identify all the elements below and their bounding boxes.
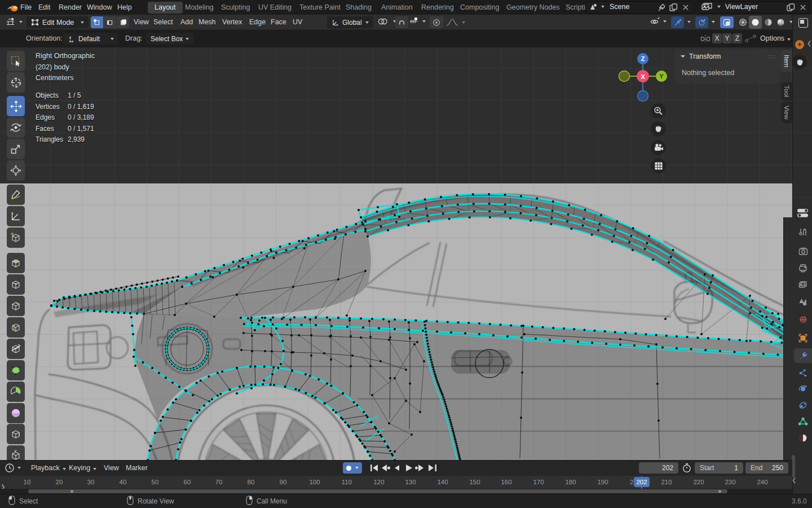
svg-text:Z: Z xyxy=(641,55,645,62)
svg-text:X: X xyxy=(641,73,645,80)
svg-text:Y: Y xyxy=(659,73,664,80)
